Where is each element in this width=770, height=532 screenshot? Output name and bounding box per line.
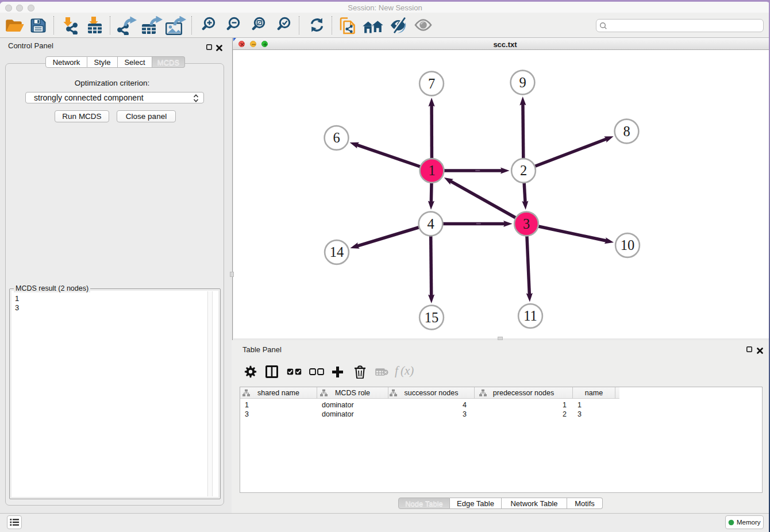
svg-text:15: 15 bbox=[425, 310, 439, 325]
svg-text:4: 4 bbox=[427, 216, 434, 232]
svg-text:2: 2 bbox=[520, 163, 527, 178]
svg-text:11: 11 bbox=[523, 308, 537, 323]
svg-text:1: 1 bbox=[428, 163, 435, 178]
svg-text:9: 9 bbox=[519, 75, 526, 90]
svg-text:8: 8 bbox=[623, 124, 630, 139]
svg-text:7: 7 bbox=[428, 76, 435, 91]
svg-text:14: 14 bbox=[330, 244, 344, 260]
svg-text:10: 10 bbox=[621, 237, 635, 253]
svg-text:6: 6 bbox=[333, 130, 340, 145]
svg-text:3: 3 bbox=[523, 216, 530, 232]
